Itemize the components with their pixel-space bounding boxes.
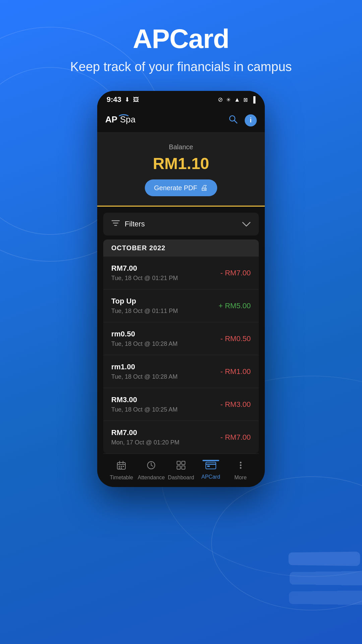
tx-name: RM7.00 — [111, 264, 178, 273]
app-logo: AP Space — [105, 113, 135, 127]
tx-name: Top Up — [111, 297, 178, 306]
svg-point-26 — [240, 467, 241, 469]
page-header: APCard Keep track of your financials in … — [70, 0, 292, 91]
logo-ap-text: AP Space — [105, 113, 135, 127]
tx-left: RM3.00 Tue, 18 Oct @ 10:25 AM — [111, 395, 178, 413]
nav-label-dashboard: Dashboard — [168, 475, 194, 481]
status-bar: 9:43 ⬇ 🖼 ⊘ ✳ ▲ ⊠ ▐ — [97, 91, 265, 108]
transactions-container: OCTOBER 2022 RM7.00 Tue, 18 Oct @ 01:21 … — [103, 239, 259, 453]
svg-rect-13 — [123, 466, 124, 467]
header-icons: i — [228, 114, 257, 126]
generate-pdf-button[interactable]: Generate PDF 🖨 — [145, 179, 218, 196]
svg-point-24 — [240, 462, 241, 464]
svg-rect-18 — [182, 461, 185, 465]
filters-left: Filters — [111, 219, 145, 229]
status-time: 9:43 — [107, 95, 121, 104]
svg-rect-12 — [121, 466, 122, 467]
tx-name: RM3.00 — [111, 395, 178, 404]
svg-rect-19 — [177, 466, 180, 469]
wifi-icon: ▲ — [234, 96, 240, 103]
transaction-item: RM7.00 Tue, 18 Oct @ 01:21 PM - RM7.00 — [103, 257, 259, 289]
tx-date: Tue, 18 Oct @ 10:28 AM — [111, 340, 178, 347]
nav-item-attendance[interactable]: Attendance — [136, 460, 166, 481]
apcard-icon — [205, 461, 216, 472]
svg-rect-14 — [119, 468, 120, 469]
transaction-item: Top Up Tue, 18 Oct @ 01:11 PM + RM5.00 — [103, 289, 259, 322]
bottom-nav: Timetable Attendance Dashboard — [103, 453, 259, 487]
chevron-down-icon — [242, 219, 251, 229]
status-left: 9:43 ⬇ 🖼 — [107, 95, 139, 104]
filter-icon — [111, 219, 120, 229]
info-label: i — [250, 116, 252, 124]
search-icon[interactable] — [228, 114, 238, 126]
dashboard-icon — [176, 460, 186, 473]
page-title: APCard — [70, 23, 292, 54]
svg-rect-20 — [182, 466, 185, 469]
nav-label-timetable: Timetable — [110, 475, 133, 481]
svg-rect-15 — [121, 468, 122, 469]
tx-amount: - RM7.00 — [221, 433, 251, 442]
timetable-icon — [116, 460, 126, 473]
tx-date: Mon, 17 Oct @ 01:20 PM — [111, 439, 179, 446]
tx-date: Tue, 18 Oct @ 10:28 AM — [111, 373, 178, 380]
transaction-item: RM3.00 Tue, 18 Oct @ 10:25 AM - RM3.00 — [103, 388, 259, 421]
signal-icon: ⊠ — [243, 97, 248, 103]
tx-date: Tue, 18 Oct @ 01:21 PM — [111, 275, 178, 282]
decorative-panels — [285, 552, 362, 610]
filters-bar[interactable]: Filters — [103, 213, 259, 235]
tx-left: RM7.00 Tue, 18 Oct @ 01:21 PM — [111, 264, 178, 282]
battery-icon: ▐ — [251, 96, 255, 103]
tx-name: RM7.00 — [111, 428, 179, 437]
tx-left: rm1.00 Tue, 18 Oct @ 10:28 AM — [111, 363, 178, 380]
tx-date: Tue, 18 Oct @ 01:11 PM — [111, 308, 178, 315]
balance-label: Balance — [105, 143, 257, 151]
attendance-icon — [146, 460, 156, 473]
nav-item-more[interactable]: More — [226, 460, 255, 481]
tx-date: Tue, 18 Oct @ 10:25 AM — [111, 406, 178, 413]
tx-amount: + RM5.00 — [219, 302, 251, 310]
nav-item-apcard[interactable]: APCard — [196, 461, 226, 480]
tx-amount: - RM0.50 — [221, 334, 251, 343]
balance-amount: RM1.10 — [105, 154, 257, 173]
svg-rect-17 — [177, 461, 180, 465]
tx-amount: - RM3.00 — [221, 400, 251, 409]
nav-label-apcard: APCard — [201, 474, 220, 480]
tx-amount: - RM1.00 — [221, 367, 251, 376]
balance-card: Balance RM1.10 Generate PDF 🖨 — [97, 132, 265, 207]
tx-left: RM7.00 Mon, 17 Oct @ 01:20 PM — [111, 428, 179, 446]
generate-pdf-label: Generate PDF — [154, 184, 197, 192]
transaction-item: rm0.50 Tue, 18 Oct @ 10:28 AM - RM0.50 — [103, 322, 259, 355]
tx-name: rm0.50 — [111, 330, 178, 338]
svg-text:Space: Space — [120, 114, 135, 124]
image-icon: 🖼 — [133, 96, 139, 103]
tx-left: Top Up Tue, 18 Oct @ 01:11 PM — [111, 297, 178, 315]
month-header: OCTOBER 2022 — [103, 239, 259, 257]
printer-icon: 🖨 — [200, 183, 208, 192]
app-header: AP Space i — [97, 108, 265, 132]
bluetooth-icon: ✳ — [226, 97, 231, 103]
tx-name: rm1.00 — [111, 363, 178, 371]
svg-rect-11 — [119, 466, 120, 467]
nav-label-attendance: Attendance — [138, 475, 165, 481]
download-icon: ⬇ — [125, 96, 130, 103]
status-right-icons: ⊘ ✳ ▲ ⊠ ▐ — [218, 96, 255, 103]
svg-point-25 — [240, 465, 241, 466]
transaction-item: rm1.00 Tue, 18 Oct @ 10:28 AM - RM1.00 — [103, 355, 259, 388]
month-label: OCTOBER 2022 — [111, 244, 166, 252]
info-icon[interactable]: i — [245, 114, 257, 126]
nav-item-timetable[interactable]: Timetable — [107, 460, 136, 481]
tx-amount: - RM7.00 — [221, 269, 251, 277]
nav-label-more: More — [234, 475, 246, 481]
filters-label: Filters — [125, 220, 145, 228]
svg-text:AP: AP — [105, 114, 117, 124]
tx-left: rm0.50 Tue, 18 Oct @ 10:28 AM — [111, 330, 178, 347]
phone-mockup: 9:43 ⬇ 🖼 ⊘ ✳ ▲ ⊠ ▐ AP Space — [97, 91, 265, 487]
nav-item-dashboard[interactable]: Dashboard — [166, 460, 196, 481]
svg-line-3 — [234, 120, 237, 123]
more-icon — [236, 460, 246, 473]
page-subtitle: Keep track of your financials in campus — [70, 60, 292, 74]
mute-icon: ⊘ — [218, 96, 223, 103]
svg-rect-21 — [206, 462, 216, 469]
svg-rect-23 — [207, 466, 210, 467]
transaction-item: RM7.00 Mon, 17 Oct @ 01:20 PM - RM7.00 — [103, 421, 259, 453]
